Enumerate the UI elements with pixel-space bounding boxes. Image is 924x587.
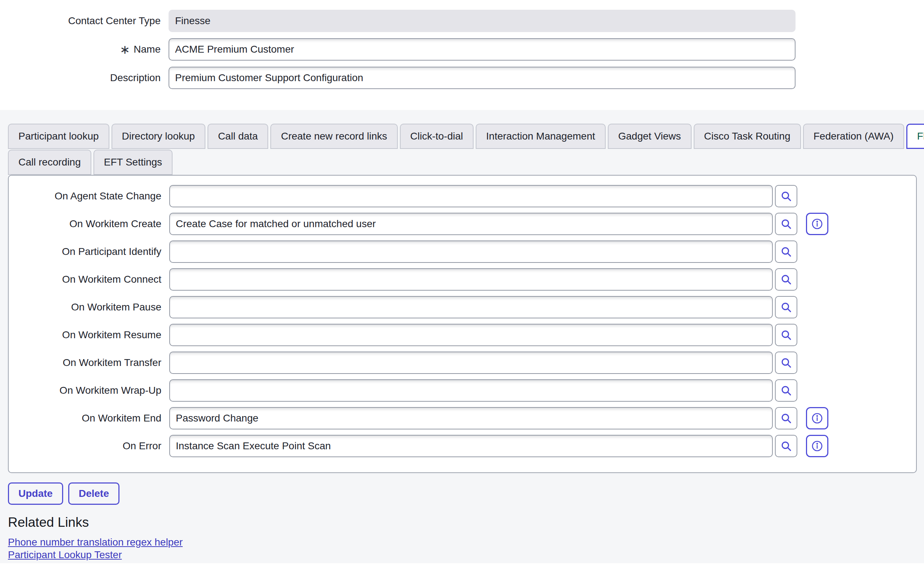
flow-row-on-agent-state-change: On Agent State Change [9, 185, 916, 207]
link-phone-number-translation-regex-helper[interactable]: Phone number translation regex helper [8, 536, 183, 548]
flow-row-on-error: On Error [9, 435, 916, 457]
tab-eft-settings[interactable]: EFT Settings [94, 150, 173, 175]
on-workitem-wrap-up-label: On Workitem Wrap-Up [9, 385, 161, 396]
flow-row-on-workitem-wrap-up: On Workitem Wrap-Up [9, 379, 916, 402]
search-icon [780, 218, 792, 230]
on-workitem-resume-field[interactable] [169, 324, 773, 346]
form-row-description: Description [0, 67, 924, 89]
on-workitem-create-info-button[interactable] [806, 213, 828, 235]
on-agent-state-change-field[interactable] [169, 185, 773, 207]
on-workitem-connect-field[interactable] [169, 268, 773, 291]
on-workitem-end-field[interactable] [169, 407, 773, 429]
contact-center-type-label: Contact Center Type [0, 15, 161, 27]
tab-create-new-record-links[interactable]: Create new record links [271, 124, 398, 149]
on-workitem-create-field[interactable] [169, 213, 773, 235]
search-icon [780, 412, 792, 424]
on-workitem-transfer-lookup-button[interactable] [775, 352, 797, 374]
tab-call-data[interactable]: Call data [208, 124, 269, 149]
search-icon [780, 190, 792, 202]
description-field[interactable] [168, 67, 795, 89]
search-icon [780, 440, 792, 452]
tab-gadget-views[interactable]: Gadget Views [608, 124, 691, 149]
required-asterisk-icon: ∗ [120, 43, 130, 56]
on-workitem-pause-field[interactable] [169, 296, 773, 318]
on-workitem-wrap-up-field[interactable] [169, 379, 773, 402]
on-workitem-transfer-label: On Workitem Transfer [9, 357, 161, 368]
record-header-form: Contact Center Type Finesse ∗ Name Descr… [0, 0, 924, 110]
delete-button[interactable]: Delete [68, 482, 119, 505]
search-icon [780, 384, 792, 396]
on-workitem-connect-label: On Workitem Connect [9, 274, 161, 285]
tab-bar-row-2: Call recording EFT Settings [8, 150, 924, 175]
on-workitem-connect-lookup-button[interactable] [775, 268, 797, 291]
form-row-name: ∗ Name [0, 38, 924, 61]
on-workitem-pause-lookup-button[interactable] [775, 296, 797, 318]
description-label: Description [0, 72, 161, 84]
update-button[interactable]: Update [8, 482, 63, 505]
related-links-section: Related Links Phone number translation r… [8, 515, 924, 563]
on-participant-identify-label: On Participant Identify [9, 246, 161, 257]
tab-directory-lookup[interactable]: Directory lookup [112, 124, 205, 149]
on-workitem-end-lookup-button[interactable] [775, 407, 797, 429]
info-icon [810, 411, 824, 425]
link-directory-lookup-tester[interactable]: Directory Lookup Tester [8, 561, 114, 563]
on-workitem-create-label: On Workitem Create [9, 218, 161, 230]
on-agent-state-change-lookup-button[interactable] [775, 185, 797, 207]
related-links-title: Related Links [8, 515, 924, 530]
tabbed-section: Participant lookup Directory lookup Call… [0, 110, 924, 563]
info-icon [810, 439, 824, 453]
flow-row-on-workitem-pause: On Workitem Pause [9, 296, 916, 318]
flow-row-on-workitem-end: On Workitem End [9, 407, 916, 429]
flow-row-on-workitem-connect: On Workitem Connect [9, 268, 916, 291]
on-participant-identify-field[interactable] [169, 240, 773, 263]
tab-cisco-task-routing[interactable]: Cisco Task Routing [694, 124, 801, 149]
link-participant-lookup-tester[interactable]: Participant Lookup Tester [8, 548, 122, 561]
on-workitem-end-label: On Workitem End [9, 413, 161, 424]
form-row-contact-center-type: Contact Center Type Finesse [0, 10, 924, 32]
tab-bar-row-1: Participant lookup Directory lookup Call… [8, 124, 924, 149]
search-icon [780, 357, 792, 369]
on-workitem-resume-label: On Workitem Resume [9, 329, 161, 341]
on-participant-identify-lookup-button[interactable] [775, 240, 797, 263]
on-workitem-wrap-up-lookup-button[interactable] [775, 379, 797, 402]
tab-click-to-dial[interactable]: Click-to-dial [400, 124, 474, 149]
info-icon [810, 217, 824, 231]
on-error-label: On Error [9, 440, 161, 452]
tab-flows[interactable]: Flows [906, 124, 924, 149]
on-workitem-create-lookup-button[interactable] [775, 213, 797, 235]
on-workitem-transfer-field[interactable] [169, 352, 773, 374]
on-error-lookup-button[interactable] [775, 435, 797, 457]
on-workitem-pause-label: On Workitem Pause [9, 301, 161, 313]
on-error-field[interactable] [169, 435, 773, 457]
flow-row-on-workitem-create: On Workitem Create [9, 213, 916, 235]
flow-row-on-workitem-transfer: On Workitem Transfer [9, 352, 916, 374]
tab-interaction-management[interactable]: Interaction Management [476, 124, 606, 149]
search-icon [780, 245, 792, 258]
tab-call-recording[interactable]: Call recording [8, 150, 91, 175]
flow-row-on-workitem-resume: On Workitem Resume [9, 324, 916, 346]
tab-participant-lookup[interactable]: Participant lookup [8, 124, 109, 149]
search-icon [780, 301, 792, 313]
on-workitem-resume-lookup-button[interactable] [775, 324, 797, 346]
search-icon [780, 273, 792, 286]
name-field[interactable] [168, 38, 795, 61]
flows-panel: On Agent State Change On Workitem Create… [8, 175, 917, 473]
search-icon [780, 329, 792, 341]
tab-federation-awa[interactable]: Federation (AWA) [803, 124, 904, 149]
on-agent-state-change-label: On Agent State Change [9, 191, 161, 202]
form-actions: Update Delete [8, 482, 924, 505]
name-label: Name [134, 44, 161, 55]
on-workitem-end-info-button[interactable] [806, 407, 828, 429]
flow-row-on-participant-identify: On Participant Identify [9, 240, 916, 263]
on-error-info-button[interactable] [806, 435, 828, 457]
contact-center-type-value: Finesse [168, 10, 795, 32]
